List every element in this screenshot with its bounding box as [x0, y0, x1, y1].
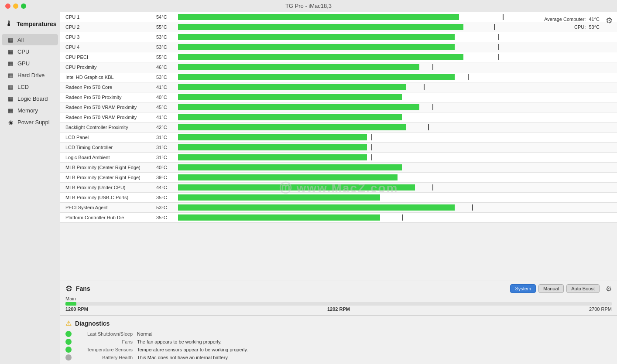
temp-bar: [178, 194, 380, 201]
fan-min-rpm: 1200 RPM: [65, 306, 88, 312]
temp-bar-container: [178, 104, 617, 110]
sidebar-item-memory[interactable]: ▦Memory: [2, 105, 58, 116]
temp-name: MLB Proximity (USB-C Ports): [60, 195, 156, 200]
diag-value: This Mac does not have an internal batte…: [137, 355, 229, 360]
diagnostics-header: ⚠ Diagnostics: [65, 319, 612, 327]
temp-value: 40°C: [156, 165, 178, 170]
diag-label: Last Shutdown/Sleep: [76, 331, 133, 337]
temp-value: 53°C: [156, 205, 178, 210]
temp-bar: [178, 74, 455, 80]
sidebar-title: Temperatures: [17, 20, 57, 27]
sidebar-item-hard-drive[interactable]: ▦Hard Drive: [2, 69, 58, 81]
temp-bar: [178, 144, 367, 150]
temp-marker: [494, 24, 495, 30]
window-title: TG Pro - iMac18,3: [285, 3, 332, 9]
temp-bar: [178, 204, 455, 211]
temp-value: 31°C: [156, 155, 178, 160]
temp-value: 35°C: [156, 195, 178, 200]
list-item: Last Shutdown/SleepNormal: [65, 331, 612, 337]
temp-name: PECI System Agent: [60, 205, 156, 210]
temp-bar-container: [178, 84, 617, 90]
table-row: Radeon Pro 570 Proximity40°C: [60, 92, 617, 102]
table-row: Radeon Pro 570 Core41°C: [60, 82, 617, 92]
temp-name: Radeon Pro 570 Proximity: [60, 95, 156, 100]
table-row: CPU PECI55°C: [60, 52, 617, 62]
temp-marker: [428, 124, 429, 130]
temp-value: 31°C: [156, 135, 178, 140]
minimize-button[interactable]: [13, 3, 18, 9]
fan-bar: [65, 302, 76, 306]
temp-value: 55°C: [156, 24, 178, 30]
top-info: Average Computer: 41°C CPU: 53°C: [544, 16, 600, 31]
sidebar-item-cpu[interactable]: ▦CPU: [2, 46, 58, 57]
temp-value: 55°C: [156, 54, 178, 60]
temp-marker: [503, 14, 504, 20]
temp-bar: [178, 94, 402, 100]
sidebar-label-lcd: LCD: [17, 84, 29, 90]
settings-gear-icon[interactable]: ⚙: [606, 16, 613, 25]
sidebar-item-all[interactable]: ▦All: [2, 34, 58, 45]
temp-bar: [178, 164, 402, 170]
temp-bar: [178, 84, 406, 90]
temp-marker: [432, 184, 433, 191]
diag-value: Temperature sensors appear to be working…: [137, 347, 248, 352]
fan-current-rpm: 1202 RPM: [327, 306, 350, 312]
temp-marker: [424, 84, 425, 90]
temp-bar: [178, 134, 367, 140]
table-row: Radeon Pro 570 VRAM Proximity41°C: [60, 112, 617, 122]
sidebar-item-power-supply[interactable]: ◉Power Suppl: [2, 116, 58, 128]
table-row: Platform Controller Hub Die35°C: [60, 213, 617, 223]
fans-manual-button[interactable]: Manual: [538, 284, 564, 293]
sidebar-header: 🌡 Temperatures: [0, 16, 60, 34]
temp-value: 54°C: [156, 14, 178, 20]
window-controls[interactable]: [5, 3, 26, 9]
temp-name: CPU 3: [60, 34, 156, 40]
temp-bar-container: [178, 54, 617, 60]
sidebar-label-power-supply: Power Suppl: [17, 119, 50, 126]
temp-value: 41°C: [156, 85, 178, 90]
temp-bar: [178, 214, 380, 221]
table-row: MLB Proximity (Center Right Edge)40°C: [60, 163, 617, 173]
temp-bar: [178, 184, 415, 191]
thermometer-icon: 🌡: [5, 19, 13, 28]
logic-board-icon: ▦: [7, 95, 14, 102]
temp-marker: [371, 134, 372, 140]
app-container: 🌡 Temperatures ▦All▦CPU▦GPU▦Hard Drive▦L…: [0, 12, 617, 364]
temp-bar-container: [178, 124, 617, 130]
temp-marker: [371, 154, 372, 160]
temp-name: LCD Panel: [60, 135, 156, 140]
temp-bar-container: [178, 64, 617, 70]
temp-value: 35°C: [156, 215, 178, 220]
temp-bar: [178, 34, 455, 40]
temp-marker: [402, 214, 403, 221]
fans-system-button[interactable]: System: [510, 284, 536, 293]
diagnostics-section: ⚠ Diagnostics Last Shutdown/SleepNormalF…: [60, 315, 617, 364]
table-row: CPU 255°C: [60, 22, 617, 32]
fan-rpm-row: 1200 RPM 1202 RPM 2700 RPM: [65, 306, 612, 312]
temp-bar: [178, 24, 463, 30]
fans-autoboost-button[interactable]: Auto Boost: [566, 284, 600, 293]
status-badge: [65, 347, 72, 353]
temp-bar: [178, 114, 402, 120]
sidebar-label-all: All: [17, 37, 24, 43]
sidebar-item-gpu[interactable]: ▦GPU: [2, 58, 58, 69]
temp-bar-container: [178, 174, 617, 180]
fans-settings-gear-icon[interactable]: ⚙: [606, 285, 612, 293]
temp-bar: [178, 14, 459, 20]
close-button[interactable]: [5, 3, 10, 9]
sidebar-item-logic-board[interactable]: ▦Logic Board: [2, 93, 58, 104]
table-row: CPU Proximity46°C: [60, 62, 617, 72]
temp-name: CPU PECI: [60, 54, 156, 60]
main-wrapper: Average Computer: 41°C CPU: 53°C ⚙ CPU 1…: [60, 12, 617, 364]
temp-value: 53°C: [156, 44, 178, 50]
temp-name: CPU 1: [60, 14, 156, 20]
temp-value: 53°C: [156, 75, 178, 80]
temp-marker: [371, 144, 372, 150]
temp-name: LCD Timing Controller: [60, 145, 156, 150]
titlebar: TG Pro - iMac18,3: [0, 0, 617, 12]
sidebar-item-lcd[interactable]: ▦LCD: [2, 81, 58, 92]
diagnostics-title: Diagnostics: [75, 320, 110, 327]
maximize-button[interactable]: [21, 3, 26, 9]
hard-drive-icon: ▦: [7, 71, 14, 78]
temp-value: 45°C: [156, 105, 178, 110]
